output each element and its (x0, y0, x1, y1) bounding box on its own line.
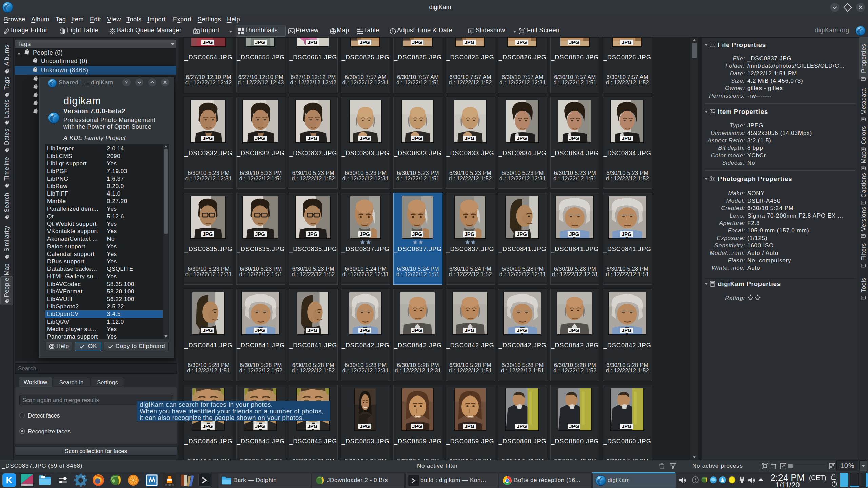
svg-text:K: K (6, 475, 13, 485)
svg-text:?: ? (125, 79, 128, 85)
